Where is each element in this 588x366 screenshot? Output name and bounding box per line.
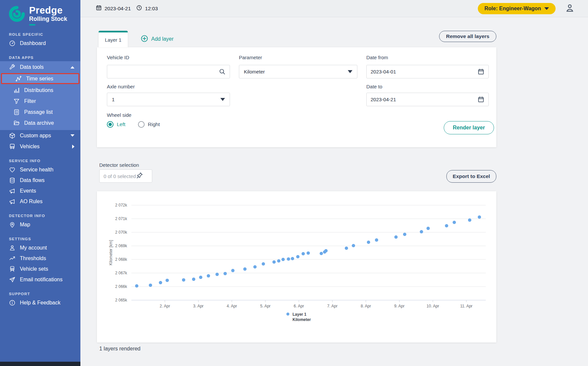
export-to-excel-button[interactable]: Export to Excel xyxy=(446,170,496,183)
wheel-right-radio[interactable] xyxy=(138,121,145,128)
sidebar-item-time-series[interactable]: Time series xyxy=(1,73,79,84)
svg-text:Layer 1: Layer 1 xyxy=(293,312,306,317)
logo: Predge Rolling Stock xyxy=(0,0,80,23)
train-icon xyxy=(9,266,16,272)
svg-text:9. Apr: 9. Apr xyxy=(394,304,404,308)
svg-text:7. Apr: 7. Apr xyxy=(327,304,338,308)
svg-text:2 071k: 2 071k xyxy=(115,216,127,221)
wheel-side-label: Wheel side xyxy=(107,112,131,118)
logo-title: Predge xyxy=(29,5,67,15)
filter-icon xyxy=(13,98,20,105)
sidebar-item-events[interactable]: Events xyxy=(0,186,80,196)
sidebar-item-email-notifications[interactable]: Email notifications xyxy=(0,274,80,285)
sidebar-item-label: Email notifications xyxy=(20,277,63,283)
info-icon xyxy=(9,299,16,306)
folder-icon xyxy=(13,120,20,126)
sidebar-item-data-tools[interactable]: Data tools xyxy=(0,62,80,72)
svg-text:2 069k: 2 069k xyxy=(115,244,127,248)
axle-number-select[interactable]: 1 xyxy=(107,93,230,106)
sidebar-item-data-archive[interactable]: Data archive xyxy=(0,117,80,128)
calendar-icon[interactable] xyxy=(477,96,484,103)
svg-text:2. Apr: 2. Apr xyxy=(160,304,170,308)
axle-number-label: Axle number xyxy=(107,84,135,89)
sidebar-item-distributions[interactable]: Distributions xyxy=(0,85,80,96)
sidebar-item-help-feedback[interactable]: Help & Feedback xyxy=(0,297,80,308)
trend-icon xyxy=(9,255,16,262)
sidebar-item-label: Custom apps xyxy=(20,133,51,139)
svg-text:2 066k: 2 066k xyxy=(115,284,127,289)
chevron-down-icon xyxy=(544,7,549,10)
sidebar-item-label: Vehicles xyxy=(20,144,40,150)
collapse-icon xyxy=(70,66,74,69)
detector-selection-dropdown[interactable]: 0 of 0 selected xyxy=(99,169,152,183)
wheel-left-label: Left xyxy=(117,121,125,127)
vehicle-id-input[interactable] xyxy=(107,65,219,78)
date-to-input[interactable] xyxy=(367,93,477,106)
sidebar-item-vehicle-sets[interactable]: Vehicle sets xyxy=(0,264,80,274)
vehicle-id-field xyxy=(107,65,230,78)
sidebar-item-map[interactable]: Map xyxy=(0,219,80,230)
section-data-apps: DATA APPS xyxy=(0,56,80,60)
wheel-left-radio[interactable] xyxy=(107,121,113,128)
chevron-down-icon xyxy=(348,70,352,73)
sidebar-item-ao-rules[interactable]: AO Rules xyxy=(0,196,80,207)
wrench-icon xyxy=(9,64,16,70)
sidebar: Predge Rolling Stock ROLE SPECIFIC Dashb… xyxy=(0,0,80,366)
sidebar-item-filter[interactable]: Filter xyxy=(0,96,80,107)
date-from-field xyxy=(366,65,489,78)
distributions-icon xyxy=(13,87,20,94)
sidebar-item-thresholds[interactable]: Thresholds xyxy=(0,253,80,264)
logo-subtitle: Rolling Stock xyxy=(29,16,67,23)
time-series-icon xyxy=(15,75,22,82)
sidebar-item-label: Data flows xyxy=(20,177,45,183)
sidebar-item-passage-list[interactable]: Passage list xyxy=(0,107,80,117)
add-layer-button[interactable]: Add layer xyxy=(141,31,174,47)
chevron-down-icon xyxy=(220,98,225,101)
sidebar-item-label: Map xyxy=(20,222,30,228)
megaphone-icon xyxy=(9,198,16,205)
remove-all-layers-button[interactable]: Remove all layers xyxy=(439,31,496,42)
tab-layer-1[interactable]: Layer 1 xyxy=(99,31,128,47)
calendar-icon[interactable] xyxy=(477,68,484,75)
role-selector-button[interactable]: Role: Engineer-Wagon xyxy=(478,3,556,14)
wheel-right-label: Right xyxy=(148,121,160,127)
data-tools-group: Data tools Time series Distributions Fil… xyxy=(0,61,80,130)
sidebar-footer-strip xyxy=(0,362,80,366)
timeseries-chart: 2 065k2 066k2 067k2 068k2 069k2 070k2 07… xyxy=(97,191,496,343)
parameter-label: Parameter xyxy=(239,55,262,60)
megaphone-icon xyxy=(9,188,16,194)
heart-icon xyxy=(9,166,16,173)
paper-plane-icon xyxy=(9,276,16,283)
sidebar-item-data-flows[interactable]: Data flows xyxy=(0,175,80,186)
svg-text:11. Apr: 11. Apr xyxy=(460,304,473,308)
parameter-select[interactable]: Kilometer xyxy=(239,65,357,78)
svg-text:5. Apr: 5. Apr xyxy=(260,304,270,308)
sidebar-item-custom-apps[interactable]: Custom apps xyxy=(0,130,80,141)
render-layer-button[interactable]: Render layer xyxy=(444,121,494,134)
section-role-specific: ROLE SPECIFIC xyxy=(0,32,80,36)
date-from-label: Date from xyxy=(366,55,388,60)
plus-circle-icon xyxy=(141,35,148,44)
svg-text:4. Apr: 4. Apr xyxy=(227,304,237,308)
sidebar-item-dashboard[interactable]: Dashboard xyxy=(0,38,80,49)
sidebar-item-service-health[interactable]: Service health xyxy=(0,164,80,175)
clock-icon xyxy=(136,5,142,12)
user-avatar-button[interactable] xyxy=(565,3,575,14)
section-support: SUPPORT xyxy=(0,292,80,296)
sidebar-item-vehicles[interactable]: Vehicles xyxy=(0,141,80,152)
sidebar-item-label: My account xyxy=(20,245,47,251)
sidebar-item-label: Help & Feedback xyxy=(20,300,61,306)
date-from-input[interactable] xyxy=(367,65,477,78)
map-pin-icon xyxy=(9,221,16,228)
sidebar-item-label: Thresholds xyxy=(20,255,46,261)
database-icon xyxy=(9,177,16,184)
search-icon[interactable] xyxy=(219,68,226,75)
sidebar-item-my-account[interactable]: My account xyxy=(0,243,80,253)
topbar: 2023-04-21 12:03 Role: Engineer-Wagon xyxy=(80,0,588,17)
pushpin-icon xyxy=(136,172,143,180)
layer-settings-card: Vehicle ID Parameter Kilometer Date from… xyxy=(97,47,496,147)
detector-selection-value: 0 of 0 selected xyxy=(104,173,136,179)
apps-icon xyxy=(9,132,16,139)
date-to-label: Date to xyxy=(366,84,382,89)
current-date: 2023-04-21 xyxy=(105,6,131,12)
